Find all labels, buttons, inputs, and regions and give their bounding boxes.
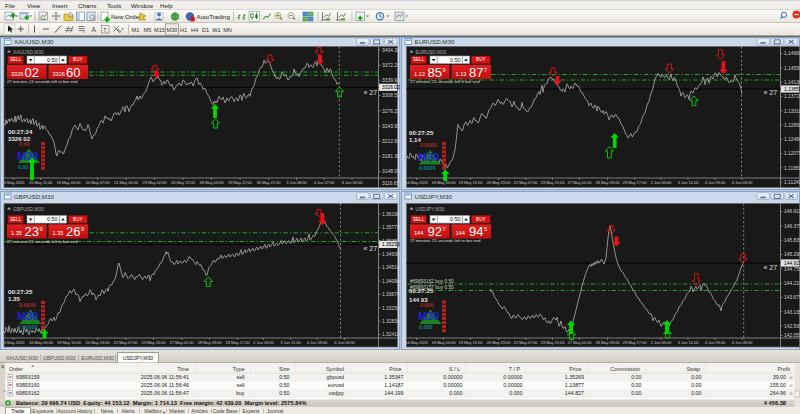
- svg-text:SELL: SELL: [10, 57, 22, 62]
- svg-text:2 Jun 03:00: 2 Jun 03:00: [651, 340, 672, 345]
- svg-text:2025.06.06 11:56:41: 2025.06.06 11:56:41: [141, 374, 189, 380]
- svg-text:0.000: 0.000: [449, 390, 462, 396]
- svg-text:M30: M30: [418, 310, 439, 322]
- svg-text:Commission: Commission: [610, 366, 640, 372]
- svg-text:« 27: « 27: [764, 264, 778, 271]
- svg-text:14 May 2025: 14 May 2025: [2, 180, 26, 185]
- svg-text:21 May 16:00: 21 May 16:00: [114, 180, 139, 185]
- svg-text:Type: Type: [233, 366, 245, 372]
- svg-text:3404.30: 3404.30: [382, 48, 400, 53]
- svg-text:144.927: 144.927: [784, 261, 800, 266]
- svg-text:3243.95: 3243.95: [382, 124, 400, 129]
- svg-text:0.50: 0.50: [47, 216, 58, 222]
- svg-text:Alerts: Alerts: [122, 408, 135, 414]
- svg-text:20 May 23:00: 20 May 23:00: [487, 340, 512, 345]
- svg-text:Trade: Trade: [11, 408, 24, 414]
- svg-text:Order: Order: [9, 366, 23, 372]
- svg-text:Price: Price: [569, 366, 581, 372]
- svg-text:9: 9: [443, 67, 446, 73]
- svg-text:0.00: 0.00: [691, 390, 701, 396]
- svg-text:20 May 23:00: 20 May 23:00: [487, 180, 512, 185]
- svg-text:00:27:25: 00:27:25: [8, 288, 33, 295]
- svg-text:69893160: 69893160: [16, 382, 40, 388]
- svg-text:27 minutes 25 seconds left to: 27 minutes 25 seconds left to bar end: [410, 238, 481, 243]
- svg-text:Experts: Experts: [242, 408, 260, 414]
- svg-text:« 27: « 27: [364, 89, 378, 96]
- svg-text:1.32410: 1.32410: [382, 332, 400, 337]
- svg-text:144.215: 144.215: [784, 281, 800, 286]
- svg-text:USDJPY,M30: USDJPY,M30: [123, 355, 154, 361]
- svg-text:146.375: 146.375: [784, 224, 800, 229]
- svg-text:1.13859: 1.13859: [784, 87, 800, 92]
- svg-text:16 May 05:00: 16 May 05:00: [432, 340, 457, 345]
- svg-text:144.827: 144.827: [565, 390, 584, 396]
- svg-text:6 Jun 03:00: 6 Jun 03:00: [342, 180, 363, 185]
- svg-text:145.295: 145.295: [784, 252, 800, 257]
- svg-text:3308.55: 3308.55: [382, 93, 400, 98]
- svg-text:144: 144: [456, 230, 465, 236]
- svg-text:sell: sell: [237, 382, 245, 388]
- svg-text:00:27:24: 00:27:24: [8, 128, 33, 135]
- svg-text:#69893162 buy 0.50: #69893162 buy 0.50: [410, 279, 454, 284]
- svg-text:7: 7: [484, 67, 487, 73]
- svg-text:3116.65: 3116.65: [382, 181, 400, 186]
- svg-text:22 May 07:00: 22 May 07:00: [114, 340, 139, 345]
- svg-text:1.35: 1.35: [11, 230, 22, 236]
- svg-text:29 May 12:00: 29 May 12:00: [228, 180, 253, 185]
- svg-text:3 Jun 11:00: 3 Jun 11:00: [678, 180, 699, 185]
- svg-text:3326: 3326: [11, 71, 23, 77]
- svg-text:EURUSD,M30: EURUSD,M30: [415, 38, 455, 45]
- svg-text:27 May 01:00: 27 May 01:00: [568, 340, 593, 345]
- svg-text:1.35770: 1.35770: [382, 225, 400, 230]
- svg-text:87: 87: [469, 65, 483, 80]
- svg-text:0.000: 0.000: [420, 302, 434, 308]
- svg-text:BUY: BUY: [73, 57, 82, 62]
- svg-text:Account History: Account History: [57, 408, 93, 414]
- svg-text:SELL: SELL: [413, 217, 425, 222]
- svg-text:28 May 09:00: 28 May 09:00: [198, 340, 223, 345]
- svg-text:3148.00: 3148.00: [382, 169, 400, 174]
- svg-text:1.35: 1.35: [53, 230, 64, 236]
- svg-text:69893159: 69893159: [16, 374, 40, 380]
- svg-text:142.055: 142.055: [784, 333, 800, 338]
- svg-text:0.000: 0.000: [419, 324, 433, 330]
- svg-text:7: 7: [443, 226, 446, 232]
- svg-text:1.14960: 1.14960: [784, 51, 800, 56]
- svg-text:M30: M30: [17, 150, 38, 162]
- svg-text:3326: 3326: [53, 71, 65, 77]
- svg-text:85: 85: [428, 65, 442, 80]
- svg-text:143.135: 143.135: [784, 310, 800, 315]
- svg-text:0.00: 0.00: [691, 382, 701, 388]
- svg-text:0.50: 0.50: [279, 374, 289, 380]
- svg-text:Price: Price: [389, 366, 401, 372]
- svg-text:6 Jun 03:00: 6 Jun 03:00: [732, 340, 753, 345]
- svg-text:60: 60: [66, 65, 80, 80]
- svg-text:142.595: 142.595: [784, 324, 800, 329]
- svg-text:1.32830: 1.32830: [382, 319, 400, 324]
- svg-text:26 May 12:00: 26 May 12:00: [171, 180, 196, 185]
- svg-text:6 Jun 03:00: 6 Jun 03:00: [334, 340, 355, 345]
- svg-text:15 May 11:00: 15 May 11:00: [29, 180, 53, 185]
- svg-text:4 456.38: 4 456.38: [764, 400, 786, 406]
- svg-text:20 May 23:00: 20 May 23:00: [86, 340, 111, 345]
- svg-text:1.34090: 1.34090: [382, 279, 400, 284]
- svg-text:2 Jun 03:00: 2 Jun 03:00: [651, 180, 672, 185]
- svg-text:usdjpy: usdjpy: [329, 390, 345, 396]
- svg-text:Swap: Swap: [687, 366, 701, 372]
- svg-text:144.755: 144.755: [784, 267, 800, 272]
- svg-text:Code Base: Code Base: [213, 408, 238, 414]
- svg-text:News: News: [101, 408, 114, 414]
- svg-text:Symbol: Symbol: [326, 366, 344, 372]
- svg-text:92: 92: [428, 224, 442, 239]
- svg-text:27 minutes 25 seconds left to: 27 minutes 25 seconds left to bar end: [7, 239, 78, 244]
- svg-text:1.13: 1.13: [456, 71, 467, 77]
- svg-text:23 May 15:00: 23 May 15:00: [541, 180, 566, 185]
- svg-text:145.835: 145.835: [784, 238, 800, 243]
- svg-text:USDJPY,M30: USDJPY,M30: [415, 193, 453, 200]
- svg-text:144: 144: [414, 230, 423, 236]
- svg-text:Mailbox: Mailbox: [144, 408, 162, 414]
- svg-text:XAUUSD,M30: XAUUSD,M30: [6, 355, 38, 361]
- svg-text:GBPUSD,M30: GBPUSD,M30: [13, 207, 44, 212]
- svg-text:1.11650: 1.11650: [784, 166, 800, 171]
- svg-text:Time: Time: [177, 366, 189, 372]
